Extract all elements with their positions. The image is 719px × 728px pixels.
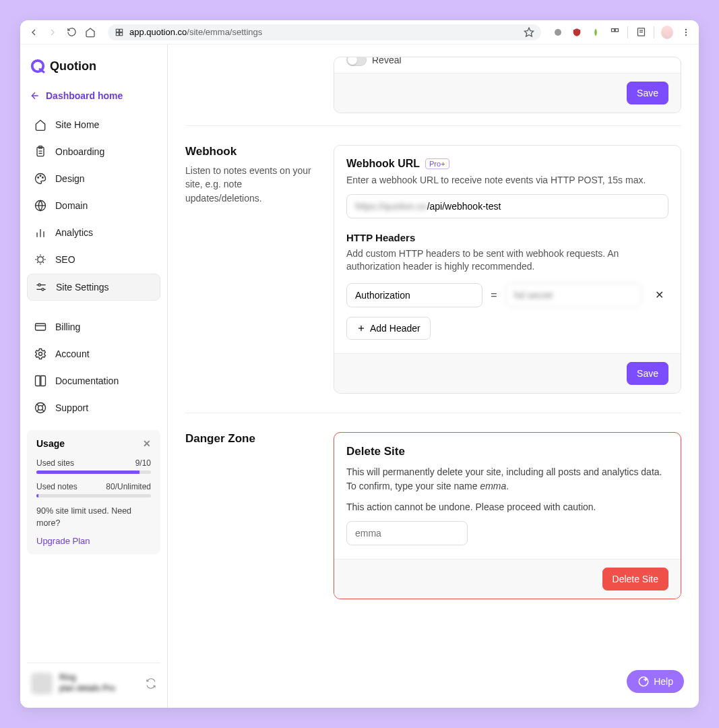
- nav-label: Documentation: [55, 375, 119, 386]
- star-icon[interactable]: [524, 27, 534, 38]
- nav-support[interactable]: Support: [27, 395, 160, 421]
- chart-icon: [34, 226, 47, 239]
- webhook-url-input[interactable]: https://quotion.co/api/webhook-test: [346, 194, 668, 218]
- seo-icon: [34, 253, 47, 266]
- ext-icon-2[interactable]: [571, 26, 583, 38]
- nav-analytics[interactable]: Analytics: [27, 220, 160, 245]
- forward-button[interactable]: [46, 26, 59, 39]
- remove-header-icon[interactable]: ✕: [650, 289, 668, 301]
- site-info-icon: [115, 28, 124, 37]
- svg-point-29: [38, 284, 40, 286]
- svg-point-10: [685, 31, 687, 32]
- nav-documentation[interactable]: Documentation: [27, 368, 160, 394]
- usage-notes-value: 80/Unlimited: [106, 482, 151, 491]
- dashboard-home-label: Dashboard home: [46, 90, 123, 101]
- logo[interactable]: Quotion: [27, 58, 160, 85]
- reload-button[interactable]: [65, 26, 78, 39]
- url-bar[interactable]: app.quotion.co/site/emma/settings: [108, 24, 541, 40]
- palette-icon: [34, 172, 47, 185]
- delete-site-title: Delete Site: [346, 445, 668, 458]
- nav-account[interactable]: Account: [27, 341, 160, 367]
- home-button[interactable]: [84, 26, 97, 39]
- help-icon: [637, 675, 650, 688]
- sync-icon[interactable]: [146, 678, 156, 689]
- upgrade-plan-link[interactable]: Upgrade Plan: [36, 536, 151, 546]
- svg-marker-4: [524, 28, 533, 36]
- delete-confirm-input[interactable]: [346, 521, 468, 545]
- nav-billing[interactable]: Billing: [27, 314, 160, 340]
- svg-rect-3: [120, 32, 123, 35]
- nav-onboarding[interactable]: Onboarding: [27, 139, 160, 164]
- reveal-toggle[interactable]: [346, 57, 367, 66]
- menu-icon[interactable]: [680, 26, 692, 38]
- svg-point-35: [38, 406, 43, 411]
- delete-site-text-2: This action cannot be undone. Please pro…: [346, 500, 668, 514]
- back-button[interactable]: [27, 26, 40, 39]
- svg-line-36: [36, 404, 38, 406]
- svg-point-18: [38, 177, 39, 179]
- save-button[interactable]: Save: [627, 82, 668, 104]
- usage-card: Usage ✕ Used sites9/10 Used notes80/Unli…: [27, 430, 160, 554]
- logo-icon: [30, 58, 46, 74]
- plus-icon: [356, 324, 366, 333]
- header-value-input[interactable]: hd secret: [505, 283, 642, 307]
- svg-rect-0: [116, 29, 119, 32]
- user-info: Ring plan details Pro: [59, 673, 139, 694]
- nav-seo[interactable]: SEO: [27, 247, 160, 272]
- svg-rect-1: [120, 29, 123, 32]
- dashboard-home-link[interactable]: Dashboard home: [27, 85, 160, 112]
- profile-avatar[interactable]: [661, 26, 673, 38]
- danger-zone-title: Danger Zone: [185, 432, 320, 446]
- svg-line-37: [42, 410, 44, 412]
- svg-point-26: [38, 257, 43, 262]
- header-key-input[interactable]: [346, 283, 482, 307]
- nav-design[interactable]: Design: [27, 166, 160, 191]
- help-label: Help: [654, 676, 673, 687]
- nav-domain[interactable]: Domain: [27, 193, 160, 218]
- nav-label: Domain: [55, 200, 88, 211]
- nav-label: Account: [55, 348, 90, 359]
- extensions-icon[interactable]: [608, 26, 621, 38]
- main-content: Reveal Save Webhook Listen to notes even…: [168, 44, 699, 708]
- sidebar: Quotion Dashboard home Site Home Onboard…: [20, 44, 168, 708]
- save-button[interactable]: Save: [627, 362, 668, 385]
- svg-line-38: [36, 410, 38, 412]
- usage-sites-label: Used sites: [36, 458, 74, 468]
- svg-point-33: [39, 353, 42, 356]
- svg-point-30: [42, 289, 44, 291]
- svg-point-42: [639, 677, 648, 686]
- delete-site-text-1: This will permanently delete your site, …: [346, 465, 668, 493]
- ext-icon-1[interactable]: [552, 26, 564, 38]
- nav-site-settings[interactable]: Site Settings: [27, 274, 160, 301]
- svg-rect-31: [36, 324, 46, 330]
- nav-label: Analytics: [55, 227, 93, 238]
- equals-sign: =: [491, 289, 497, 301]
- gear-icon: [34, 347, 47, 361]
- nav-site-home[interactable]: Site Home: [27, 112, 160, 138]
- logo-text: Quotion: [50, 59, 96, 73]
- user-footer[interactable]: Ring plan details Pro: [27, 663, 160, 694]
- http-headers-desc: Add custom HTTP headers to be sent with …: [346, 247, 668, 274]
- usage-close-icon[interactable]: ✕: [143, 438, 151, 449]
- nav-label: Onboarding: [55, 146, 104, 157]
- usage-notes-label: Used notes: [36, 482, 77, 491]
- svg-point-11: [685, 34, 687, 35]
- sliders-icon: [34, 280, 48, 294]
- webhook-desc: Listen to notes events on your site, e.g…: [185, 164, 320, 205]
- usage-message: 90% site limit used. Need more?: [36, 506, 151, 529]
- delete-site-button[interactable]: Delete Site: [602, 568, 668, 590]
- svg-rect-2: [116, 32, 119, 35]
- user-avatar: [31, 673, 53, 694]
- clipboard-icon: [34, 145, 47, 158]
- usage-title: Usage: [36, 438, 65, 449]
- book-icon: [34, 374, 47, 388]
- help-button[interactable]: Help: [627, 670, 684, 693]
- browser-toolbar: app.quotion.co/site/emma/settings: [20, 20, 699, 44]
- reveal-toggle-row: Reveal: [346, 57, 668, 66]
- add-header-button[interactable]: Add Header: [346, 317, 431, 340]
- nav-label: Design: [55, 173, 85, 184]
- lifebuoy-icon: [34, 401, 47, 415]
- reader-icon[interactable]: [635, 26, 647, 38]
- ext-icon-3[interactable]: [590, 26, 602, 38]
- add-header-label: Add Header: [370, 323, 420, 334]
